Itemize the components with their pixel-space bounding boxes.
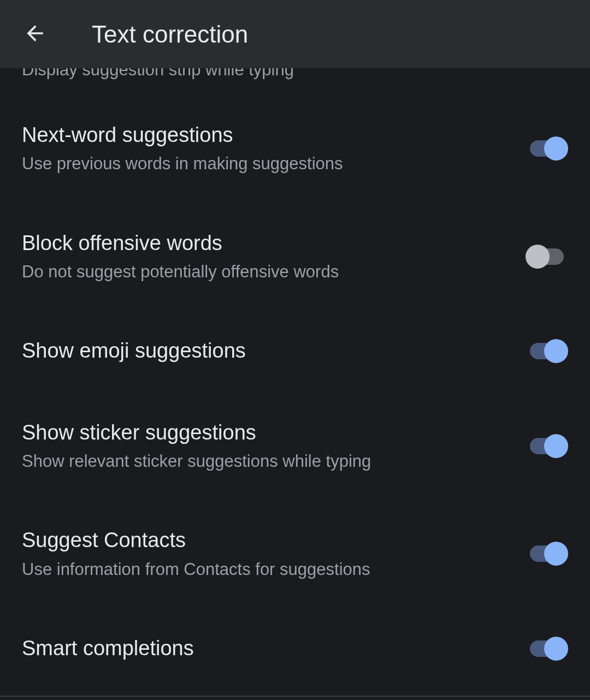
setting-text: Smart completions: [22, 635, 526, 662]
setting-item-block-offensive-words[interactable]: Block offensive words Do not suggest pot…: [0, 203, 590, 311]
toggle-next-word-suggestions[interactable]: [526, 137, 568, 161]
setting-subtitle: Do not suggest potentially offensive wor…: [22, 261, 509, 283]
setting-item-show-emoji-suggestions[interactable]: Show emoji suggestions: [0, 310, 590, 391]
setting-title: Suggest Contacts: [22, 527, 509, 554]
setting-item-suggest-contacts[interactable]: Suggest Contacts Use information from Co…: [0, 500, 590, 608]
setting-text: Block offensive words Do not suggest pot…: [22, 230, 526, 283]
toggle-show-sticker-suggestions[interactable]: [526, 434, 568, 458]
toggle-suggest-contacts[interactable]: [526, 542, 568, 566]
setting-text: Show sticker suggestions Show relevant s…: [22, 419, 526, 473]
settings-list: Display suggestion strip while typing Ne…: [0, 68, 590, 690]
setting-title: Block offensive words: [22, 230, 509, 257]
setting-title: Smart completions: [22, 635, 509, 662]
setting-title: Next-word suggestions: [22, 122, 509, 149]
back-arrow-icon: [23, 21, 47, 48]
setting-subtitle: Use previous words in making suggestions: [22, 153, 509, 175]
toggle-show-emoji-suggestions[interactable]: [526, 339, 568, 363]
app-header: Text correction: [0, 0, 590, 68]
setting-item-clipped: Display suggestion strip while typing: [0, 68, 590, 94]
setting-text: Show emoji suggestions: [22, 337, 526, 364]
toggle-block-offensive-words[interactable]: [526, 245, 568, 269]
setting-text: Next-word suggestions Use previous words…: [22, 122, 526, 175]
setting-item-next-word-suggestions[interactable]: Next-word suggestions Use previous words…: [0, 94, 590, 203]
setting-text: Suggest Contacts Use information from Co…: [22, 527, 526, 580]
setting-title: Show sticker suggestions: [22, 419, 509, 446]
setting-subtitle: Use information from Contacts for sugges…: [22, 559, 509, 580]
setting-subtitle: Display suggestion strip while typing: [22, 68, 294, 80]
bottom-divider: [0, 696, 590, 697]
page-title: Text correction: [92, 21, 248, 48]
toggle-smart-completions[interactable]: [526, 637, 568, 661]
setting-item-smart-completions[interactable]: Smart completions: [0, 608, 590, 689]
setting-subtitle: Show relevant sticker suggestions while …: [22, 450, 509, 472]
back-button[interactable]: [20, 19, 50, 50]
setting-item-show-sticker-suggestions[interactable]: Show sticker suggestions Show relevant s…: [0, 392, 590, 500]
setting-title: Show emoji suggestions: [22, 337, 509, 364]
